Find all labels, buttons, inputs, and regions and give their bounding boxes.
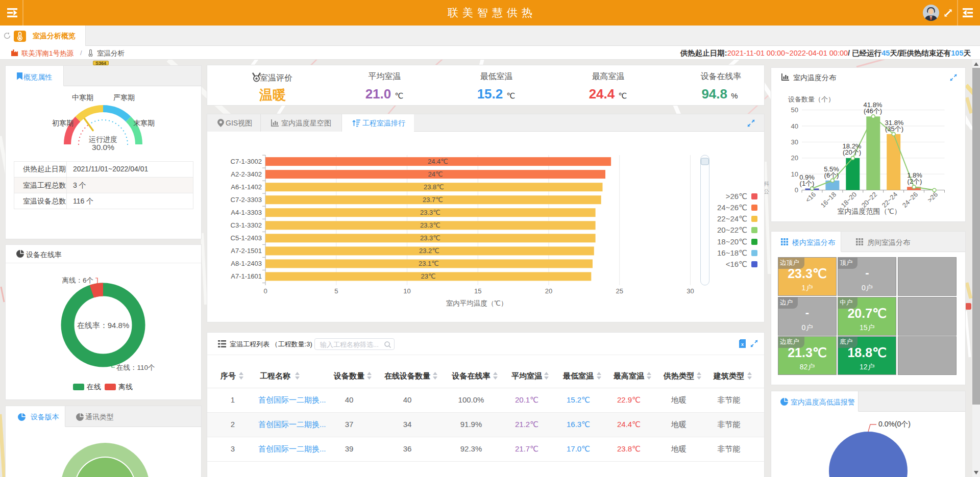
svg-text:A6-1-1402: A6-1-1402	[231, 183, 262, 191]
svg-text:在线率：94.8%: 在线率：94.8%	[77, 321, 130, 330]
svg-text:A8-1-2403: A8-1-2403	[231, 260, 262, 267]
svg-text:22~24: 22~24	[880, 191, 899, 209]
svg-text:(46个): (46个)	[864, 107, 882, 115]
svg-text:18~20: 18~20	[840, 191, 858, 209]
svg-text:A7-2-1501: A7-2-1501	[231, 247, 262, 255]
svg-text:23.3℃: 23.3℃	[420, 209, 440, 216]
svg-text:<16℃: <16℃	[726, 260, 747, 268]
svg-text:20: 20	[545, 287, 552, 295]
svg-text:>26: >26	[926, 191, 939, 204]
svg-text:室内温度范围（℃）: 室内温度范围（℃）	[838, 207, 901, 215]
svg-text:设备数量（个）: 设备数量（个）	[788, 95, 835, 103]
svg-text:23.7℃: 23.7℃	[423, 196, 443, 204]
svg-text:24~26℃: 24~26℃	[717, 203, 747, 212]
svg-text:C3-1-3302: C3-1-3302	[231, 221, 262, 229]
svg-text:严寒期: 严寒期	[113, 93, 135, 102]
svg-text:C7-2-3303: C7-2-3303	[231, 196, 262, 204]
svg-text:末寒期: 末寒期	[133, 119, 155, 127]
svg-text:15: 15	[474, 287, 481, 295]
svg-text:A7-1-1601: A7-1-1601	[231, 272, 262, 280]
svg-text:22~24℃: 22~24℃	[717, 214, 747, 223]
svg-text:10: 10	[791, 170, 798, 178]
svg-text:(20个): (20个)	[843, 148, 861, 156]
svg-text:24℃: 24℃	[428, 170, 443, 178]
svg-text:30: 30	[791, 138, 798, 146]
svg-text:A2-2-3402: A2-2-3402	[231, 170, 262, 178]
svg-text:23.2℃: 23.2℃	[419, 247, 439, 255]
svg-text:<16: <16	[804, 191, 817, 204]
svg-text:23.3℃: 23.3℃	[420, 221, 440, 229]
svg-text:A4-1-3303: A4-1-3303	[231, 209, 262, 216]
svg-text:23.8℃: 23.8℃	[424, 183, 444, 191]
svg-text:在线：110个: 在线：110个	[116, 364, 155, 371]
svg-text:16~18℃: 16~18℃	[717, 248, 747, 257]
svg-text:(35个): (35个)	[885, 125, 903, 133]
svg-text:中寒期: 中寒期	[72, 93, 93, 102]
svg-text:>26℃: >26℃	[726, 192, 747, 200]
svg-text:18~20℃: 18~20℃	[717, 237, 747, 246]
svg-text:30: 30	[687, 287, 694, 295]
svg-text:初寒期: 初寒期	[52, 119, 74, 127]
svg-text:30.0%: 30.0%	[92, 143, 114, 152]
svg-text:23℃: 23℃	[421, 272, 435, 280]
svg-text:(6个): (6个)	[824, 171, 839, 179]
svg-text:16~18: 16~18	[819, 191, 838, 209]
svg-text:23.3℃: 23.3℃	[420, 234, 440, 242]
svg-text:20~22℃: 20~22℃	[717, 225, 747, 234]
svg-text:24~26: 24~26	[901, 191, 919, 209]
svg-text:50: 50	[791, 106, 798, 114]
svg-text:40: 40	[791, 122, 798, 130]
svg-text:5: 5	[334, 287, 338, 295]
svg-text:24.4℃: 24.4℃	[428, 158, 448, 165]
svg-text:20: 20	[791, 154, 798, 162]
svg-text:(2个): (2个)	[908, 178, 922, 185]
svg-text:C7-1-3002: C7-1-3002	[231, 158, 262, 165]
svg-text:25: 25	[616, 287, 623, 295]
svg-text:运行进度: 运行进度	[89, 135, 117, 143]
svg-text:20~22: 20~22	[860, 191, 878, 209]
svg-text:0: 0	[263, 287, 267, 295]
svg-text:0: 0	[795, 186, 798, 194]
svg-text:10: 10	[403, 287, 410, 295]
svg-text:23.1℃: 23.1℃	[419, 260, 439, 267]
svg-text:C5-1-2403: C5-1-2403	[231, 234, 262, 242]
svg-text:室内平均温度（℃）: 室内平均温度（℃）	[446, 299, 507, 307]
svg-text:在线: 在线	[86, 383, 101, 391]
svg-text:离线: 离线	[118, 383, 133, 391]
svg-text:离线：6个: 离线：6个	[62, 277, 93, 284]
svg-text:(1个): (1个)	[800, 180, 815, 187]
